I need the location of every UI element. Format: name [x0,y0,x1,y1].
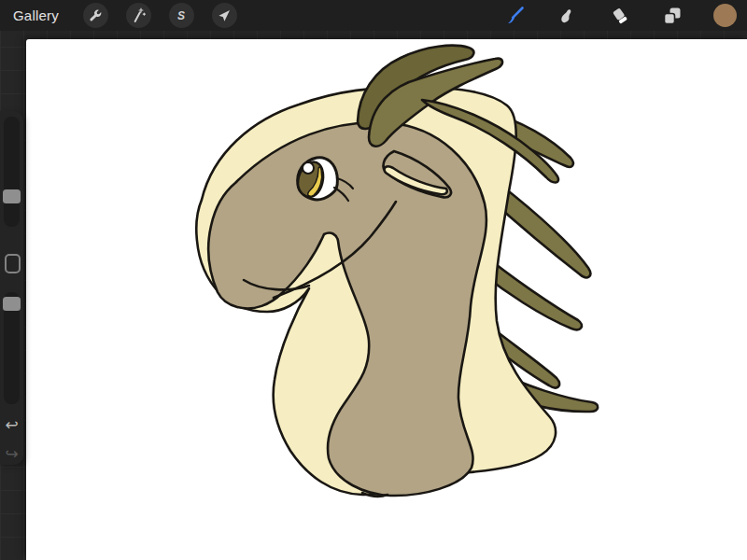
top-toolbar: Gallery S [0,0,747,31]
brush-opacity-slider[interactable] [4,292,20,404]
transform-button[interactable] [212,3,237,28]
brush-sidebar: ↩ ↪ [0,111,23,465]
redo-button[interactable]: ↪ [0,446,23,462]
adjustments-button[interactable] [126,3,151,28]
smudge-tool-button[interactable] [552,0,584,31]
eraser-icon [609,5,631,27]
drawing-canvas[interactable] [26,39,747,560]
smudge-icon [557,5,579,27]
actions-button[interactable] [83,3,108,28]
brush-icon [504,5,527,27]
eraser-tool-button[interactable] [604,0,636,31]
modify-button[interactable] [5,254,21,273]
brush-opacity-handle[interactable] [3,297,21,311]
brush-tool-button[interactable] [500,0,531,31]
svg-text:S: S [177,9,185,22]
undo-button[interactable]: ↩ [0,417,23,433]
magic-wand-icon [130,7,147,24]
layers-tool-button[interactable] [656,0,688,31]
color-swatch-button[interactable] [709,0,740,31]
layers-icon [661,5,684,27]
gallery-button[interactable]: Gallery [0,7,72,23]
wrench-icon [87,7,104,24]
paint-tools-group [500,0,747,31]
s-curve-icon: S [173,7,190,24]
brush-size-handle[interactable] [3,189,21,203]
arrow-cursor-icon [216,7,233,24]
color-swatch [712,3,738,28]
brush-size-slider[interactable] [4,117,20,227]
selection-button[interactable]: S [169,3,194,28]
